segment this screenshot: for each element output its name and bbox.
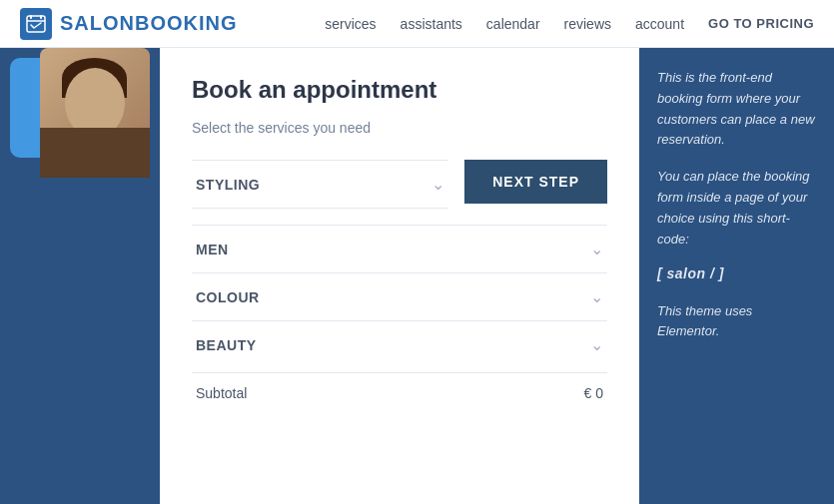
- chevron-down-icon-beauty: ⌄: [590, 335, 603, 354]
- nav-reviews[interactable]: reviews: [564, 16, 611, 32]
- nav-services[interactable]: services: [325, 16, 376, 32]
- booking-title: Book an appointment: [192, 76, 607, 104]
- service-row-men[interactable]: MEN ⌄: [192, 225, 607, 272]
- nav-assistants[interactable]: assistants: [401, 16, 462, 32]
- service-label-beauty: BEAUTY: [196, 337, 257, 353]
- chevron-down-icon: ⌄: [431, 175, 444, 194]
- booking-subtitle: Select the services you need: [192, 120, 607, 136]
- nav-calendar[interactable]: calendar: [486, 16, 540, 32]
- header: SALONBOOKING services assistants calenda…: [0, 0, 834, 48]
- svg-rect-1: [30, 15, 32, 19]
- service-label-men: MEN: [196, 242, 229, 257]
- subtotal-label: Subtotal: [196, 385, 247, 401]
- subtotal-row: Subtotal € 0: [192, 372, 607, 401]
- services-dropdown-area: STYLING ⌄: [192, 160, 448, 209]
- info-text-1: This is the front-end booking form where…: [657, 68, 816, 151]
- person-silhouette: [40, 48, 150, 178]
- logo-text: SALONBOOKING: [60, 12, 238, 35]
- service-label-styling: STYLING: [196, 177, 260, 193]
- info-panel: This is the front-end booking form where…: [639, 48, 834, 504]
- content-area: Book an appointment Select the services …: [0, 48, 834, 504]
- chevron-down-icon-men: ⌄: [590, 240, 603, 258]
- arm: [40, 128, 150, 178]
- info-text-2: You can place the booking form inside a …: [657, 167, 816, 250]
- service-label-colour: COLOUR: [196, 289, 260, 305]
- hero-section: [0, 48, 160, 504]
- main-nav: services assistants calendar reviews acc…: [325, 16, 814, 32]
- nav-account[interactable]: account: [635, 16, 684, 32]
- service-row-colour[interactable]: COLOUR ⌄: [192, 272, 607, 320]
- action-row: STYLING ⌄ NEXT STEP: [192, 160, 607, 209]
- nav-pricing[interactable]: GO TO PRICING: [708, 16, 814, 31]
- logo-icon: [20, 8, 52, 40]
- service-row-beauty[interactable]: BEAUTY ⌄: [192, 320, 607, 368]
- booking-panel: Book an appointment Select the services …: [160, 48, 639, 504]
- svg-rect-2: [40, 15, 42, 19]
- chevron-down-icon-colour: ⌄: [590, 287, 603, 306]
- logo-area: SALONBOOKING: [20, 8, 238, 40]
- service-row-styling[interactable]: STYLING ⌄: [192, 160, 448, 209]
- subtotal-value: € 0: [584, 385, 603, 401]
- info-shortcode: [ salon / ]: [657, 265, 816, 281]
- info-footer: This theme uses Elementor.: [657, 301, 816, 340]
- hero-image: [0, 48, 160, 178]
- next-step-button[interactable]: NEXT STEP: [464, 160, 607, 204]
- svg-rect-0: [27, 16, 45, 32]
